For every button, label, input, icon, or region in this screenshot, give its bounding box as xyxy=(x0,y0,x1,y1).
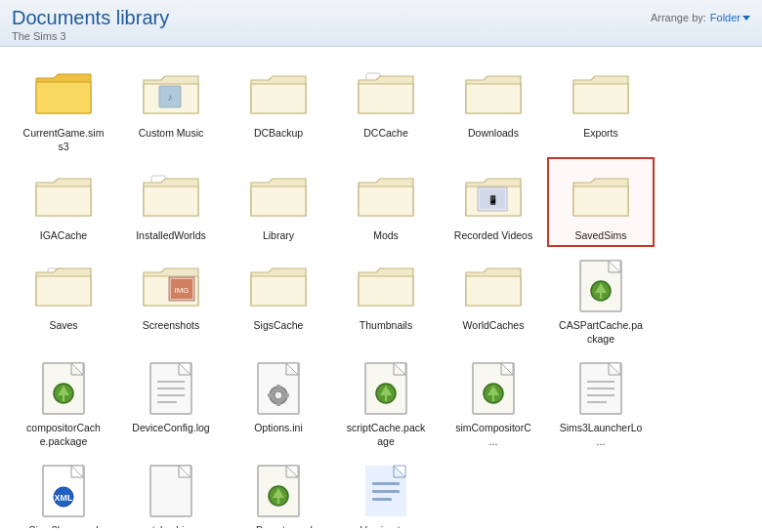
folder-icon xyxy=(355,165,417,227)
folder-icon xyxy=(462,255,525,317)
svg-text:📱: 📱 xyxy=(487,194,499,206)
svg-point-40 xyxy=(275,391,282,399)
file-icon xyxy=(355,357,417,420)
page-subtitle: The Sims 3 xyxy=(12,30,169,42)
list-item[interactable]: Options.ini xyxy=(225,349,332,452)
folder-icon xyxy=(355,62,417,125)
folder-icon: 📱 xyxy=(462,165,525,227)
list-item[interactable]: Thumbnails xyxy=(332,247,440,349)
list-item[interactable]: userPresets.packa ge xyxy=(225,452,332,528)
item-label: InstalledWorlds xyxy=(136,229,206,243)
folder-icon xyxy=(462,62,525,125)
item-label: IGACache xyxy=(40,229,87,243)
list-item[interactable]: SigsCache xyxy=(225,247,332,349)
list-item[interactable]: Version.tag xyxy=(332,452,440,528)
item-label: Sims3LauncherLo ... xyxy=(560,422,643,448)
list-item[interactable]: DCBackup xyxy=(225,55,332,157)
list-item[interactable]: compositorCach e.package xyxy=(10,349,117,452)
folder-icon: IMG xyxy=(140,255,202,317)
item-label: CurrentGame.sim s3 xyxy=(23,127,105,153)
arrange-by-value[interactable]: Folder xyxy=(710,12,750,23)
arrange-by-control[interactable]: Arrange by: Folder xyxy=(651,12,750,23)
list-item[interactable]: SavedSims xyxy=(547,157,655,247)
folder-icon xyxy=(140,165,202,227)
item-label: CASPartCache.pa ckage xyxy=(559,319,643,346)
file-icon xyxy=(140,357,202,420)
file-icon xyxy=(32,357,95,420)
item-label: Library xyxy=(263,229,294,243)
folder-icon xyxy=(32,255,95,317)
list-item[interactable]: ♪ Custom Music xyxy=(117,55,225,157)
item-label: Recorded Videos xyxy=(454,229,532,243)
item-label: WorldCaches xyxy=(463,319,525,333)
svg-rect-73 xyxy=(150,466,191,516)
folder-icon: ♪ xyxy=(140,62,202,125)
item-label: Saves xyxy=(49,319,77,333)
svg-rect-41 xyxy=(276,385,280,389)
item-label: scriptCache.pack age xyxy=(347,422,426,448)
item-label: compositorCach e.package xyxy=(26,422,101,448)
file-icon xyxy=(140,460,202,522)
file-icon xyxy=(247,357,310,420)
folder-icon xyxy=(355,255,417,317)
svg-rect-88 xyxy=(372,482,400,485)
svg-text:IMG: IMG xyxy=(174,286,189,295)
item-label: userPresets.packa ge xyxy=(236,524,321,528)
item-label: DCBackup xyxy=(254,127,303,141)
item-label: Mods xyxy=(373,229,399,243)
list-item[interactable]: Sims3LauncherLo ... xyxy=(547,349,655,452)
content-area: CurrentGame.sim s3 ♪ Custom Music DCBack… xyxy=(0,47,762,528)
folder-icon xyxy=(32,165,95,227)
chevron-down-icon xyxy=(742,16,750,20)
list-item[interactable]: 📱 Recorded Videos xyxy=(440,157,547,247)
list-item[interactable]: Mods xyxy=(332,157,440,247)
list-item[interactable]: IMG Screenshots xyxy=(117,247,225,349)
file-grid: CurrentGame.sim s3 ♪ Custom Music DCBack… xyxy=(10,55,752,528)
file-icon xyxy=(247,460,310,522)
list-item[interactable]: Downloads xyxy=(440,55,547,157)
item-label: Custom Music xyxy=(139,127,204,141)
arrange-by-label: Arrange by: xyxy=(651,12,706,23)
item-label: Sims3Logs.xml xyxy=(28,524,98,528)
folder-icon xyxy=(570,165,632,227)
item-label: Exports xyxy=(583,127,618,141)
header: Documents library The Sims 3 Arrange by:… xyxy=(0,0,762,47)
svg-rect-42 xyxy=(276,402,280,406)
item-label: SigsCache xyxy=(254,319,304,333)
list-item[interactable]: Exports xyxy=(547,55,655,157)
list-item[interactable]: CurrentGame.sim s3 xyxy=(10,55,117,157)
list-item[interactable]: DCCache xyxy=(332,55,440,157)
page-title: Documents library xyxy=(12,6,169,29)
list-item[interactable]: IGACache xyxy=(10,157,117,247)
list-item[interactable]: Saves xyxy=(10,247,117,349)
item-label: SavedSims xyxy=(574,229,626,243)
list-item[interactable]: WorldCaches xyxy=(440,247,547,349)
list-item[interactable]: CASPartCache.pa ckage xyxy=(547,247,655,349)
svg-rect-89 xyxy=(372,490,400,493)
list-item[interactable]: DeviceConfig.log xyxy=(117,349,225,452)
item-label: tslus.bin xyxy=(152,524,190,528)
list-item[interactable]: tslus.bin xyxy=(117,452,225,528)
svg-text:♪: ♪ xyxy=(168,92,173,102)
list-item[interactable]: simCompositorC ... xyxy=(440,349,547,452)
list-item[interactable]: scriptCache.pack age xyxy=(332,349,440,452)
svg-text:XML: XML xyxy=(55,493,74,503)
folder-icon xyxy=(570,62,632,125)
item-label: simCompositorC ... xyxy=(455,422,531,448)
svg-rect-43 xyxy=(268,393,272,397)
folder-icon xyxy=(247,62,310,125)
folder-icon xyxy=(32,62,95,125)
item-label: Screenshots xyxy=(143,319,199,333)
item-label: Version.tag xyxy=(360,524,412,528)
svg-rect-44 xyxy=(285,393,289,397)
list-item[interactable]: Library xyxy=(225,157,332,247)
list-item[interactable]: InstalledWorlds xyxy=(117,157,225,247)
file-icon xyxy=(355,460,417,522)
folder-icon xyxy=(247,255,310,317)
item-label: Downloads xyxy=(468,127,519,141)
list-item[interactable]: XML Sims3Logs.xml xyxy=(10,452,117,528)
file-icon xyxy=(462,357,525,420)
file-icon xyxy=(570,255,632,317)
item-label: DCCache xyxy=(363,127,408,141)
folder-icon xyxy=(247,165,310,227)
